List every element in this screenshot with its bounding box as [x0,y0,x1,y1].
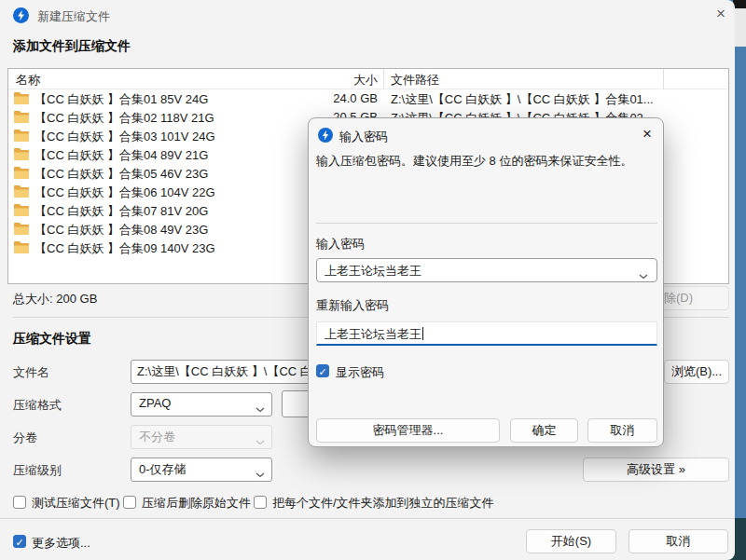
column-path[interactable]: 文件路径 [391,72,439,89]
chevron-down-icon [256,402,265,416]
dialog-title: 输入密码 [339,129,388,145]
total-size-label: 总大小: 200 GB [13,291,97,307]
section-archive-settings: 压缩文件设置 [13,331,91,348]
chevron-down-icon [256,467,265,481]
password-label: 输入密码 [316,236,365,253]
column-divider [663,69,664,89]
file-name: 【CC 白妖妖 】合集04 89V 21G [35,147,208,164]
show-password-checkbox[interactable]: ✓ [316,364,329,377]
test-archive-label: 测试压缩文件(T) [32,495,120,512]
cancel-button[interactable]: 取消 [629,529,728,553]
separate-archives-checkbox[interactable] [254,496,267,509]
browse-button[interactable]: 浏览(B)... [664,360,729,384]
dialog-description: 输入压缩包密码。建议使用至少 8 位的密码来保证安全性。 [316,153,656,170]
password-dialog: 输入密码 × 输入压缩包密码。建议使用至少 8 位的密码来保证安全性。 输入密码… [308,117,664,447]
format-value: ZPAQ [139,396,171,410]
dialog-close-icon[interactable]: × [635,122,659,146]
separator [0,518,735,519]
folder-icon [14,148,29,160]
text-caret [422,327,423,340]
column-size[interactable]: 大小 [307,72,378,89]
file-name: 【CC 白妖妖 】合集09 140V 23G [35,240,215,257]
start-button[interactable]: 开始(S) [526,529,616,553]
format-select[interactable]: ZPAQ [131,392,272,417]
advanced-settings-button[interactable]: 高级设置 » [583,458,729,482]
file-name: 【CC 白妖妖 】合集03 101V 24G [35,129,215,145]
password-manager-button[interactable]: 密码管理器... [316,418,500,443]
bandizip-logo-icon [318,128,333,143]
window-title: 新建压缩文件 [37,8,110,25]
more-options-checkbox[interactable]: ✓ [13,535,26,548]
dialog-cancel-button[interactable]: 取消 [587,418,657,443]
titlebar: 新建压缩文件 × [0,0,735,30]
level-select[interactable]: 0-仅存储 [131,458,272,482]
close-icon[interactable]: × [709,2,733,26]
split-value: 不分卷 [139,430,175,444]
format-label: 压缩格式 [13,397,62,414]
test-archive-checkbox[interactable] [13,496,26,509]
confirm-password-input[interactable]: 上老王论坛当老王 [316,321,657,346]
folder-icon [14,130,29,142]
column-name[interactable]: 名称 [16,72,40,89]
desktop-edge-dark [733,0,746,8]
file-name: 【CC 白妖妖 】合集02 118V 21G [35,110,214,127]
separate-archives-label: 把每个文件/文件夹添加到独立的压缩文件 [272,495,494,512]
file-list-header: 名称 大小 文件路径 [8,69,728,89]
separator [316,223,657,224]
filename-label: 文件名 [13,364,49,381]
password-combobox[interactable]: 上老王论坛当老王 [316,258,657,282]
ok-button[interactable]: 确定 [510,418,578,443]
file-name: 【CC 白妖妖 】合集08 49V 23G [35,222,208,239]
screen: 新建压缩文件 × 添加文件到压缩文件 名称 大小 文件路径 【CC 白妖妖 】合… [0,0,746,560]
split-label: 分卷 [13,430,37,446]
show-password-label: 显示密码 [336,364,384,381]
file-name: 【CC 白妖妖 】合集01 85V 24G [35,91,208,108]
level-value: 0-仅存储 [139,462,186,476]
level-label: 压缩级别 [13,462,62,479]
more-options-label: 更多选项... [32,535,90,552]
folder-icon [14,223,29,235]
bandizip-logo-icon [13,7,29,23]
folder-icon [14,185,29,198]
chevron-down-icon [256,434,265,448]
file-name: 【CC 白妖妖 】合集05 46V 23G [35,166,208,183]
file-size: 24.0 GB [307,91,378,105]
folder-icon [14,241,29,253]
password-value: 上老王论坛当老王 [325,264,421,278]
confirm-password-value: 上老王论坛当老王 [325,327,421,341]
table-row[interactable]: 【CC 白妖妖 】合集01 85V 24G 24.0 GB Z:\这里\【CC … [8,89,728,108]
delete-after-label: 压缩后删除原始文件 [142,495,251,512]
folder-icon [14,204,29,216]
file-name: 【CC 白妖妖 】合集06 104V 22G [35,184,215,201]
chevron-down-icon[interactable] [639,268,648,282]
split-select: 不分卷 [131,425,272,449]
desktop-edge-light [735,8,746,47]
folder-icon [14,111,29,123]
file-name: 【CC 白妖妖 】合集07 81V 20G [35,203,208,220]
column-divider [383,69,384,89]
section-add-files: 添加文件到压缩文件 [13,38,131,55]
file-path: Z:\这里\【CC 白妖妖 】\【CC 白妖妖 】合集01... [391,91,654,108]
folder-icon [14,92,29,104]
delete-after-checkbox[interactable] [123,496,136,509]
confirm-password-label: 重新输入密码 [316,297,389,314]
folder-icon [14,167,29,179]
